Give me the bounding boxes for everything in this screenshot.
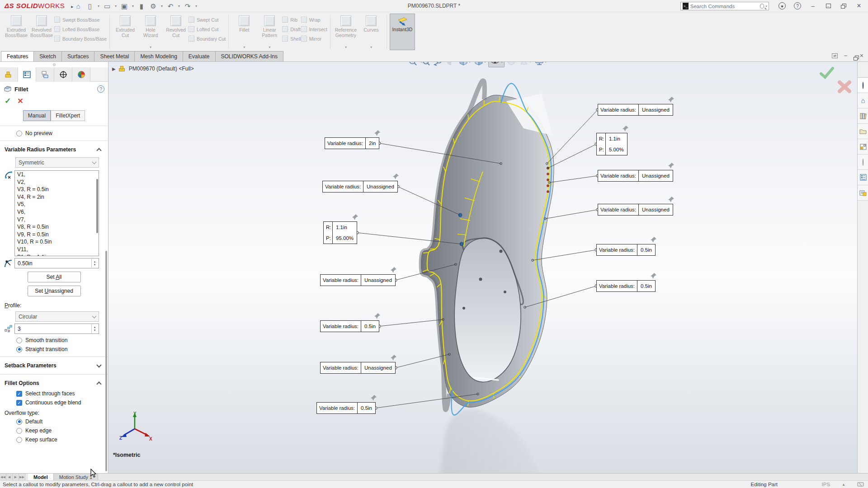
lofted-boss/base-button[interactable]: Lofted Boss/Base bbox=[54, 26, 107, 33]
dropdown-icon[interactable]: ▾ bbox=[243, 45, 245, 49]
mirror-button[interactable]: Mirror bbox=[301, 35, 327, 42]
callout-value[interactable]: 1.1in bbox=[606, 133, 623, 144]
options-icon[interactable]: ⚙ bbox=[147, 1, 159, 11]
configuration-manager-tab[interactable] bbox=[36, 67, 54, 82]
swept-boss/base-button[interactable]: Swept Boss/Base bbox=[54, 16, 107, 23]
wrap-button[interactable]: Wrap bbox=[301, 16, 327, 23]
rebuild-icon[interactable]: ▮ bbox=[136, 1, 147, 11]
instances-input[interactable]: 3▲▼ bbox=[14, 324, 99, 334]
pin-icon[interactable] bbox=[390, 354, 397, 361]
pm-ok-button[interactable]: ✓ bbox=[5, 96, 11, 106]
dropdown-icon[interactable]: ▾ bbox=[113, 1, 118, 11]
dropdown-icon[interactable]: ▾ bbox=[130, 1, 136, 11]
dropdown-icon[interactable]: ▾ bbox=[370, 45, 372, 49]
graphics-area[interactable]: ▶ PM009670 (Default) <Full> ▾▾▾▾▾ Variab… bbox=[108, 62, 857, 473]
prev-tab-icon[interactable]: ◀ bbox=[6, 474, 13, 480]
radius-spinner[interactable]: ▲▼ bbox=[91, 259, 98, 267]
keep-surface-radio[interactable]: Keep surface bbox=[0, 435, 108, 444]
callout-value[interactable]: 95.00% bbox=[333, 233, 357, 244]
dropdown-icon[interactable]: ▾ bbox=[501, 62, 503, 64]
last-tab-icon[interactable]: ▶▶ bbox=[19, 474, 25, 480]
smooth-transition-radio[interactable]: Smooth transition bbox=[0, 336, 108, 345]
pin-icon[interactable] bbox=[668, 162, 675, 169]
pin-icon[interactable] bbox=[370, 394, 377, 401]
pin-icon[interactable] bbox=[374, 130, 381, 136]
pin-icon[interactable] bbox=[668, 96, 675, 103]
dropdown-icon[interactable]: ▾ bbox=[96, 1, 101, 11]
search-dropdown-icon[interactable]: ▾ bbox=[765, 5, 767, 8]
vertex-radius-list[interactable]: V1,V2,V3, R = 0.5inV4, R = 2inV5,V6,V7,V… bbox=[14, 170, 99, 256]
dropdown-icon[interactable]: ▾ bbox=[176, 1, 182, 11]
dropdown-icon[interactable]: ▾ bbox=[193, 1, 199, 11]
dropdown-icon[interactable]: ▾ bbox=[159, 1, 165, 11]
pm-cancel-button[interactable]: ✕ bbox=[17, 97, 23, 105]
intersect-button[interactable]: Intersect bbox=[301, 26, 327, 33]
tab-mesh-modeling[interactable]: Mesh Modeling bbox=[134, 51, 183, 61]
save-icon[interactable]: ▣ bbox=[118, 1, 130, 11]
section-view-button[interactable] bbox=[445, 62, 457, 67]
pin-icon[interactable] bbox=[390, 267, 397, 273]
callout-variable-radius[interactable]: Variable radius:2in bbox=[325, 137, 379, 149]
callout-value[interactable]: Unassigned bbox=[639, 204, 673, 215]
boundary-boss/base-button[interactable]: Boundary Boss/Base bbox=[54, 35, 107, 42]
fillet-options-header[interactable]: Fillet Options bbox=[0, 377, 108, 389]
setback-parameters-header[interactable]: Setback Parameters bbox=[0, 360, 108, 371]
confirm-ok-corner[interactable] bbox=[819, 66, 835, 79]
dropdown-icon[interactable]: ▾ bbox=[269, 45, 270, 49]
tab-sketch[interactable]: Sketch bbox=[33, 51, 62, 61]
list-item[interactable]: V3, R = 0.5in bbox=[15, 186, 99, 193]
callout-value[interactable]: 1.1in bbox=[333, 222, 350, 233]
callout-value[interactable]: Unassigned bbox=[361, 362, 395, 373]
set-all-button[interactable]: Set All bbox=[28, 272, 81, 282]
dimxpert-manager-tab[interactable] bbox=[54, 67, 72, 82]
redo-icon[interactable]: ↷ bbox=[182, 1, 193, 11]
tab-evaluate[interactable]: Evaluate bbox=[183, 51, 216, 61]
tab-features[interactable]: Features bbox=[1, 51, 34, 61]
callout-value[interactable]: 0.5in bbox=[637, 281, 655, 291]
callout-variable-radius[interactable]: Variable radius:0.5in bbox=[316, 402, 376, 414]
pin-icon[interactable] bbox=[352, 214, 359, 221]
first-tab-icon[interactable]: ◀◀ bbox=[0, 474, 6, 480]
callout-variable-radius[interactable]: Variable radius:Unassigned bbox=[598, 204, 673, 216]
list-item[interactable]: V2, bbox=[15, 178, 99, 186]
list-item[interactable]: P1, R = 1.1in bbox=[15, 253, 99, 256]
filletxpert-mode-button[interactable]: FilletXpert bbox=[51, 110, 85, 121]
view-palette-tab[interactable] bbox=[858, 139, 868, 155]
pin-icon[interactable] bbox=[622, 125, 629, 132]
previous-view-button[interactable] bbox=[432, 62, 444, 67]
callout-variable-radius[interactable]: Variable radius:Unassigned bbox=[320, 274, 396, 286]
symmetry-dropdown[interactable]: Symmetric bbox=[15, 157, 99, 168]
tab-surfaces[interactable]: Surfaces bbox=[61, 51, 94, 61]
design-library-tab[interactable] bbox=[858, 108, 868, 124]
user-account-icon[interactable]: ● bbox=[776, 1, 788, 11]
callout-value[interactable]: Unassigned bbox=[639, 104, 673, 115]
list-item[interactable]: V4, R = 2in bbox=[15, 193, 99, 201]
zoom-fit-button[interactable] bbox=[407, 62, 419, 67]
property-manager-tab[interactable] bbox=[18, 67, 36, 82]
list-item[interactable]: V7, bbox=[15, 216, 99, 224]
callout-value[interactable]: Unassigned bbox=[639, 170, 673, 181]
list-item[interactable]: V10, R = 0.5in bbox=[15, 238, 99, 246]
dropdown-icon[interactable]: ▾ bbox=[345, 45, 347, 49]
home-icon[interactable]: ⌂ bbox=[72, 1, 84, 11]
doc-close-icon[interactable]: × bbox=[860, 52, 863, 59]
custom-properties-tab[interactable] bbox=[858, 170, 868, 185]
dropdown-icon[interactable]: ▾ bbox=[469, 62, 471, 64]
revolved-boss/base-button[interactable]: Revolved Boss/Base bbox=[29, 14, 54, 50]
callout-radius-position[interactable]: R:1.1inP:5.00% bbox=[596, 133, 627, 155]
variable-radius-parameters-header[interactable]: Variable Radius Parameters bbox=[0, 144, 108, 155]
list-item[interactable]: V6, bbox=[15, 208, 99, 216]
confirm-cancel-corner[interactable] bbox=[837, 80, 852, 94]
callout-variable-radius[interactable]: Variable radius:Unassigned bbox=[320, 362, 396, 374]
pin-icon[interactable] bbox=[392, 173, 399, 180]
sheet-tab-model[interactable]: Model bbox=[28, 474, 54, 480]
list-item[interactable]: V11, bbox=[15, 246, 99, 253]
search-commands-box[interactable]: >_ ▾ bbox=[680, 2, 769, 10]
callout-value[interactable]: 2in bbox=[366, 138, 379, 149]
reference-geometry-button[interactable]: Reference Geometry▾ bbox=[333, 14, 359, 50]
set-unassigned-button[interactable]: Set Unassigned bbox=[28, 286, 81, 296]
search-icon[interactable] bbox=[760, 4, 764, 9]
appearances-tab[interactable] bbox=[858, 155, 868, 170]
list-item[interactable]: V5, bbox=[15, 201, 99, 208]
tab-solidworks-add-ins[interactable]: SOLIDWORKS Add-Ins bbox=[215, 51, 283, 61]
